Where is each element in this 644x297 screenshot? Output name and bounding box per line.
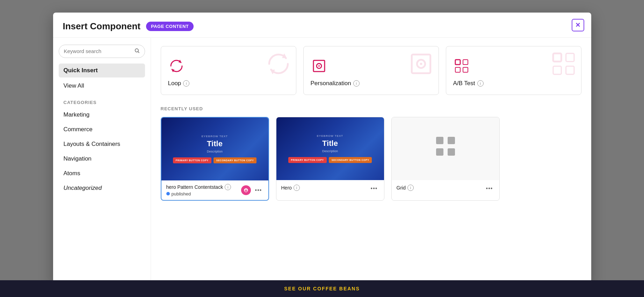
svg-rect-17 (448, 137, 455, 144)
hero-primary-btn: PRIMARY BUTTON COPY (173, 157, 211, 163)
sidebar: Quick Insert View All CATEGORIES Marketi… (53, 38, 151, 285)
page-content-badge: PAGE CONTENT (146, 22, 194, 31)
sidebar-category-marketing[interactable]: Marketing (59, 108, 145, 122)
more-icon: ••• (255, 187, 262, 193)
insert-component-modal: Insert Component PAGE CONTENT ✕ Quick In… (53, 13, 591, 285)
loop-info-icon[interactable]: i (183, 80, 189, 87)
hero-pattern-more-button[interactable]: ••• (254, 185, 263, 195)
hero-pattern-status: published (166, 191, 241, 196)
svg-point-7 (420, 62, 422, 65)
svg-rect-18 (436, 148, 443, 156)
grid-more-button[interactable]: ••• (485, 184, 494, 193)
hero2-secondary-btn: SECONDARY BUTTON COPY (329, 157, 372, 163)
main-content: Loop i (151, 38, 591, 285)
modal-title: Insert Component (63, 21, 140, 32)
hero-actions: ••• (369, 184, 379, 193)
ab-test-icon (453, 58, 470, 76)
hero2-primary-btn: PRIMARY BUTTON COPY (288, 157, 327, 163)
search-box[interactable] (59, 45, 145, 58)
sidebar-item-quick-insert[interactable]: Quick Insert (59, 64, 145, 77)
component-card-hero[interactable]: EYEBROW TEXT Title Description PRIMARY B… (276, 117, 384, 201)
hero-pattern-actions: ••• (241, 185, 263, 195)
feature-card-ab-test-label: A/B Test i (453, 80, 484, 87)
grid-info-icon[interactable]: i (407, 185, 414, 191)
grid-name: Grid i (397, 185, 485, 191)
svg-rect-11 (463, 67, 468, 72)
grid-info: Grid i (397, 185, 485, 192)
hero2-eyebrow: EYEBROW TEXT (317, 134, 343, 138)
hero-more-button[interactable]: ••• (369, 184, 379, 193)
sidebar-category-atoms[interactable]: Atoms (59, 166, 145, 180)
svg-line-1 (138, 52, 139, 53)
loop-bg-decoration (265, 50, 292, 79)
svg-rect-13 (566, 53, 574, 61)
svg-rect-14 (553, 66, 561, 74)
personalization-info-icon[interactable]: i (353, 80, 360, 87)
feature-card-personalization-label: Personalization i (311, 80, 360, 87)
personalization-bg-decoration (407, 50, 435, 79)
sidebar-category-uncategorized[interactable]: Uncategorized (59, 181, 145, 195)
svg-rect-16 (436, 137, 443, 144)
grid-more-icon: ••• (486, 185, 493, 192)
hero-eyebrow: EYEBROW TEXT (202, 135, 228, 138)
modal-header: Insert Component PAGE CONTENT ✕ (53, 13, 591, 38)
contentstack-logo-button[interactable] (241, 185, 251, 195)
hero-info: Hero i (281, 185, 369, 192)
ab-test-info-icon[interactable]: i (477, 80, 484, 87)
recently-used-label: RECENTLY USED (161, 106, 581, 111)
ab-test-bg-decoration (550, 50, 578, 79)
feature-card-loop[interactable]: Loop i (161, 46, 296, 95)
search-input[interactable] (64, 48, 131, 54)
feature-cards-row: Loop i (161, 46, 581, 95)
grid-actions: ••• (485, 184, 494, 193)
svg-rect-10 (455, 67, 460, 72)
grid-card-preview (392, 117, 499, 180)
hero-title: Title (207, 139, 223, 148)
categories-label: CATEGORIES (59, 94, 145, 108)
sidebar-category-navigation[interactable]: Navigation (59, 152, 145, 166)
search-icon (134, 48, 140, 55)
hero-pattern-name: hero Pattern Contentstack i (166, 184, 241, 190)
feature-card-ab-test[interactable]: A/B Test i (446, 46, 581, 95)
close-button[interactable]: ✕ (572, 19, 584, 31)
bottom-bar: SEE OUR COFFEE BEANS (0, 280, 644, 297)
hero-footer: Hero i ••• (276, 180, 384, 197)
hero2-title: Title (322, 139, 338, 148)
sidebar-category-commerce[interactable]: Commerce (59, 122, 145, 136)
svg-rect-19 (448, 148, 455, 156)
hero-pattern-footer: hero Pattern Contentstack i published (161, 180, 268, 200)
hero-buttons: PRIMARY BUTTON COPY SECONDARY BUTTON COP… (173, 157, 257, 163)
hero2-desc: Description (322, 149, 338, 153)
hero-info-icon[interactable]: i (294, 185, 300, 191)
component-card-hero-pattern[interactable]: EYEBROW TEXT Title Description PRIMARY B… (161, 117, 269, 201)
hero-pattern-preview: EYEBROW TEXT Title Description PRIMARY B… (161, 118, 268, 180)
hero2-buttons: PRIMARY BUTTON COPY SECONDARY BUTTON COP… (288, 157, 372, 163)
svg-rect-15 (566, 66, 574, 74)
personalization-icon (311, 58, 327, 76)
hero-more-icon: ••• (371, 185, 378, 192)
sidebar-category-layouts[interactable]: Layouts & Containers (59, 137, 145, 151)
modal-body: Quick Insert View All CATEGORIES Marketi… (53, 38, 591, 285)
components-grid: EYEBROW TEXT Title Description PRIMARY B… (161, 117, 581, 201)
component-card-grid[interactable]: Grid i ••• (391, 117, 500, 201)
svg-point-4 (318, 65, 320, 67)
hero-name: Hero i (281, 185, 369, 191)
sidebar-item-view-all[interactable]: View All (59, 79, 145, 93)
grid-preview-icon (433, 134, 458, 163)
hero-pattern-info-icon[interactable]: i (225, 184, 231, 190)
loop-icon (168, 58, 185, 76)
hero-preview-2: EYEBROW TEXT Title Description PRIMARY B… (276, 117, 384, 180)
feature-card-personalization[interactable]: Personalization i (303, 46, 439, 95)
hero-secondary-btn: SECONDARY BUTTON COPY (214, 157, 257, 163)
hero-desc: Description (207, 150, 223, 153)
hero-pattern-info: hero Pattern Contentstack i published (166, 184, 241, 196)
status-dot (166, 192, 170, 195)
modal-overlay: Insert Component PAGE CONTENT ✕ Quick In… (0, 0, 644, 297)
svg-rect-8 (455, 60, 460, 65)
svg-rect-12 (553, 53, 561, 61)
grid-footer: Grid i ••• (392, 180, 499, 197)
svg-rect-9 (463, 60, 468, 65)
feature-card-loop-label: Loop i (168, 80, 190, 87)
